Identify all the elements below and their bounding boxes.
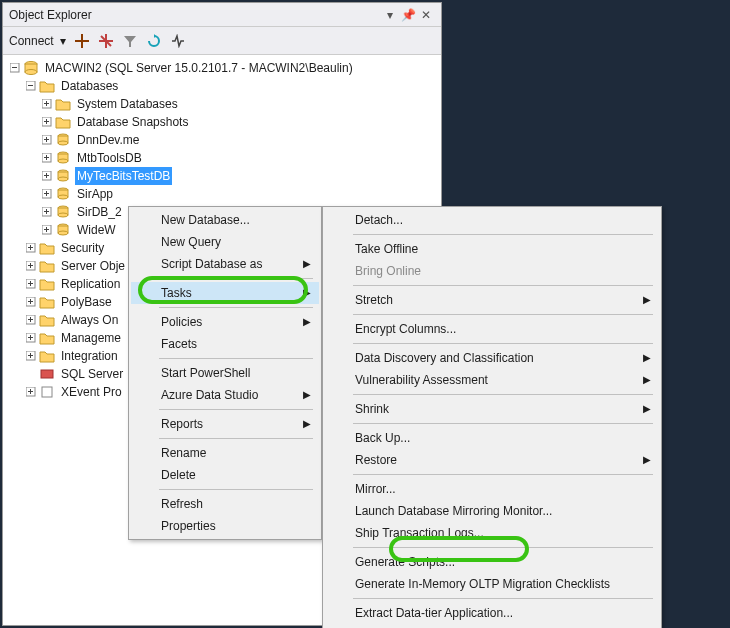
menu-vulnerability-assessment[interactable]: Vulnerability Assessment▶ bbox=[325, 369, 659, 391]
svg-rect-81 bbox=[42, 387, 52, 397]
menu-extract-dac[interactable]: Extract Data-tier Application... bbox=[325, 602, 659, 624]
menu-mirror[interactable]: Mirror... bbox=[325, 478, 659, 500]
menu-take-offline[interactable]: Take Offline bbox=[325, 238, 659, 260]
integration-label: Integration bbox=[59, 347, 120, 365]
menu-tasks[interactable]: Tasks▶ bbox=[131, 282, 319, 304]
management-label: Manageme bbox=[59, 329, 123, 347]
db-node[interactable]: MtbToolsDB bbox=[5, 149, 439, 167]
security-label: Security bbox=[59, 239, 106, 257]
db-label: DnnDev.me bbox=[75, 131, 141, 149]
activity-icon[interactable] bbox=[168, 31, 188, 51]
menu-generate-scripts[interactable]: Generate Scripts... bbox=[325, 551, 659, 573]
menu-azure-data-studio[interactable]: Azure Data Studio▶ bbox=[131, 384, 319, 406]
menu-start-powershell[interactable]: Start PowerShell bbox=[131, 362, 319, 384]
sql-server-agent-label: SQL Server bbox=[59, 365, 125, 383]
menu-shrink[interactable]: Shrink▶ bbox=[325, 398, 659, 420]
system-databases-folder[interactable]: System Databases bbox=[5, 95, 439, 113]
menu-script-database-as[interactable]: Script Database as▶ bbox=[131, 253, 319, 275]
menu-label: Encrypt Columns... bbox=[355, 322, 456, 336]
svg-point-37 bbox=[58, 177, 68, 181]
svg-rect-77 bbox=[41, 370, 53, 378]
submenu-arrow-icon: ▶ bbox=[643, 369, 651, 391]
svg-point-43 bbox=[58, 195, 68, 199]
menu-detach[interactable]: Detach... bbox=[325, 209, 659, 231]
menu-separator bbox=[353, 547, 653, 548]
menu-label: Ship Transaction Logs... bbox=[355, 526, 484, 540]
menu-label: Generate In-Memory OLTP Migration Checkl… bbox=[355, 577, 610, 591]
window-menu-button[interactable]: ▾ bbox=[381, 3, 399, 27]
menu-label: Script Database as bbox=[161, 257, 262, 271]
menu-label: Mirror... bbox=[355, 482, 396, 496]
menu-separator bbox=[159, 278, 313, 279]
menu-label: Generate Scripts... bbox=[355, 555, 455, 569]
menu-back-up[interactable]: Back Up... bbox=[325, 427, 659, 449]
menu-deploy-azure[interactable]: Deploy Database to Microsoft Azure SQL D… bbox=[325, 624, 659, 628]
submenu-arrow-icon: ▶ bbox=[303, 282, 311, 304]
connect-button[interactable]: Connect bbox=[9, 27, 56, 55]
menu-label: Back Up... bbox=[355, 431, 410, 445]
connect-icon[interactable] bbox=[72, 31, 92, 51]
submenu-arrow-icon: ▶ bbox=[303, 413, 311, 435]
menu-rename[interactable]: Rename bbox=[131, 442, 319, 464]
server-label: MACWIN2 (SQL Server 15.0.2101.7 - MACWIN… bbox=[43, 59, 355, 77]
database-snapshots-folder[interactable]: Database Snapshots bbox=[5, 113, 439, 131]
db-label-selected: MyTecBitsTestDB bbox=[75, 167, 172, 185]
svg-point-25 bbox=[58, 141, 68, 145]
server-icon bbox=[23, 60, 39, 76]
database-icon bbox=[55, 168, 71, 184]
folder-icon bbox=[39, 240, 55, 256]
svg-point-31 bbox=[58, 159, 68, 163]
svg-point-11 bbox=[25, 70, 37, 75]
server-node[interactable]: MACWIN2 (SQL Server 15.0.2101.7 - MACWIN… bbox=[5, 59, 439, 77]
db-node-selected[interactable]: MyTecBitsTestDB bbox=[5, 167, 439, 185]
db-node[interactable]: DnnDev.me bbox=[5, 131, 439, 149]
submenu-arrow-icon: ▶ bbox=[643, 289, 651, 311]
database-icon bbox=[55, 186, 71, 202]
folder-icon bbox=[55, 96, 71, 112]
menu-restore[interactable]: Restore▶ bbox=[325, 449, 659, 471]
refresh-icon[interactable] bbox=[144, 31, 164, 51]
db-node[interactable]: SirApp bbox=[5, 185, 439, 203]
menu-new-query[interactable]: New Query bbox=[131, 231, 319, 253]
close-icon[interactable]: ✕ bbox=[417, 3, 435, 27]
folder-icon bbox=[39, 276, 55, 292]
menu-generate-inmemory[interactable]: Generate In-Memory OLTP Migration Checkl… bbox=[325, 573, 659, 595]
menu-ship-logs[interactable]: Ship Transaction Logs... bbox=[325, 522, 659, 544]
db-label: SirDB_2 bbox=[75, 203, 124, 221]
menu-delete[interactable]: Delete bbox=[131, 464, 319, 486]
folder-icon bbox=[39, 312, 55, 328]
menu-separator bbox=[159, 358, 313, 359]
database-icon bbox=[55, 132, 71, 148]
menu-refresh[interactable]: Refresh bbox=[131, 493, 319, 515]
menu-label: Bring Online bbox=[355, 264, 421, 278]
pin-icon[interactable]: 📌 bbox=[399, 3, 417, 27]
filter-icon[interactable] bbox=[120, 31, 140, 51]
database-icon bbox=[55, 150, 71, 166]
menu-separator bbox=[353, 314, 653, 315]
menu-data-discovery[interactable]: Data Discovery and Classification▶ bbox=[325, 347, 659, 369]
menu-mirror-monitor[interactable]: Launch Database Mirroring Monitor... bbox=[325, 500, 659, 522]
svg-marker-5 bbox=[124, 36, 136, 47]
menu-reports[interactable]: Reports▶ bbox=[131, 413, 319, 435]
always-on-label: Always On bbox=[59, 311, 120, 329]
disconnect-icon[interactable] bbox=[96, 31, 116, 51]
connect-dropdown-button[interactable]: ▾ bbox=[60, 27, 68, 55]
menu-facets[interactable]: Facets bbox=[131, 333, 319, 355]
menu-label: Azure Data Studio bbox=[161, 388, 258, 402]
menu-stretch[interactable]: Stretch▶ bbox=[325, 289, 659, 311]
menu-label: Start PowerShell bbox=[161, 366, 250, 380]
menu-label: Stretch bbox=[355, 293, 393, 307]
menu-label: Take Offline bbox=[355, 242, 418, 256]
menu-label: Tasks bbox=[161, 286, 192, 300]
menu-encrypt-columns[interactable]: Encrypt Columns... bbox=[325, 318, 659, 340]
menu-properties[interactable]: Properties bbox=[131, 515, 319, 537]
menu-bring-online[interactable]: Bring Online bbox=[325, 260, 659, 282]
db-label: WideW bbox=[75, 221, 118, 239]
menu-policies[interactable]: Policies▶ bbox=[131, 311, 319, 333]
database-icon bbox=[55, 222, 71, 238]
menu-separator bbox=[353, 598, 653, 599]
databases-folder[interactable]: Databases bbox=[5, 77, 439, 95]
menu-label: Shrink bbox=[355, 402, 389, 416]
menu-new-database[interactable]: New Database... bbox=[131, 209, 319, 231]
folder-icon bbox=[55, 114, 71, 130]
